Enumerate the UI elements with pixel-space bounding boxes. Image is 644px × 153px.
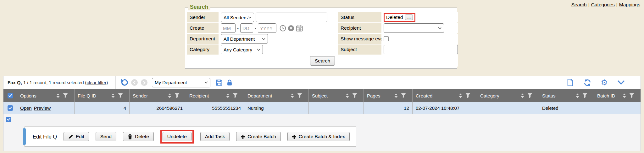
record-count-suffix: ) <box>106 80 108 85</box>
row-cell-sender: 2604596271 <box>129 102 186 114</box>
save-view-button[interactable] <box>215 79 223 86</box>
sort-icon[interactable] <box>394 93 398 98</box>
collapse-button[interactable] <box>617 80 625 85</box>
chevron-down-icon <box>248 16 252 19</box>
date-separator: - <box>255 26 256 31</box>
grid-toolbar: Fax Q, 1 / 1 record, 1 record selected (… <box>3 76 641 89</box>
view-department-select-value: My Department <box>155 80 187 85</box>
create-batch-index-button[interactable]: Create Batch & Index <box>287 132 350 141</box>
nav-link-search[interactable]: Search <box>571 2 587 7</box>
sort-icon[interactable] <box>226 93 230 98</box>
nav-back-button[interactable] <box>131 79 138 86</box>
show-message-events-label: Show message events <box>338 34 381 44</box>
column-header-category[interactable]: Category <box>477 89 539 102</box>
row-cell-category <box>477 102 539 114</box>
subject-input[interactable] <box>384 45 458 54</box>
column-header-pages[interactable]: Pages <box>364 89 412 102</box>
column-header-recipient[interactable]: Recipient <box>186 89 244 102</box>
sort-icon[interactable] <box>168 93 172 98</box>
column-header-file-q-id[interactable]: File Q ID <box>74 89 129 102</box>
sort-icon[interactable] <box>458 93 463 98</box>
filter-icon[interactable] <box>233 93 238 98</box>
sort-icon[interactable] <box>345 93 349 98</box>
filter-icon[interactable] <box>465 93 470 98</box>
create-day-input[interactable] <box>240 23 253 33</box>
preview-link[interactable]: Preview <box>34 105 51 111</box>
chevron-right-icon <box>143 81 146 85</box>
nav-forward-button[interactable] <box>141 79 147 86</box>
clear-filter-link[interactable]: clear filter <box>86 80 106 85</box>
calendar-icon[interactable] <box>296 25 303 32</box>
open-link[interactable]: Open <box>20 105 32 111</box>
sender-input[interactable] <box>256 13 327 22</box>
column-header-subject[interactable]: Subject <box>308 89 364 102</box>
filter-icon[interactable] <box>63 93 68 98</box>
column-label: Created <box>416 93 432 98</box>
select-all-checkbox[interactable] <box>8 93 13 98</box>
status-more-button[interactable]: ... <box>405 15 413 20</box>
filter-icon[interactable] <box>175 93 180 98</box>
row-cell-file-q-id: 4 <box>74 102 129 114</box>
undo-icon <box>120 79 128 86</box>
filter-icon[interactable] <box>401 93 406 98</box>
search-button[interactable]: Search <box>310 56 335 66</box>
recipient-select[interactable] <box>384 23 444 33</box>
undelete-button[interactable]: Undelete <box>163 132 192 141</box>
toolbar-divider <box>115 76 116 89</box>
new-record-button[interactable] <box>567 79 574 86</box>
subject-label: Subject <box>338 44 381 55</box>
department-select[interactable]: All Department <box>221 34 268 44</box>
category-select[interactable]: Any Category <box>221 45 263 54</box>
pencil-icon <box>68 134 73 139</box>
edit-button[interactable]: Edit <box>64 132 89 141</box>
sort-icon[interactable] <box>575 93 580 98</box>
nav-link-mappings[interactable]: Mappings <box>619 2 640 7</box>
footer-select-all-checkbox[interactable] <box>6 117 11 122</box>
filter-icon[interactable] <box>352 93 357 98</box>
column-header-department[interactable]: Department <box>244 89 308 102</box>
filter-icon[interactable] <box>118 93 123 98</box>
check-icon <box>8 94 12 97</box>
filter-icon[interactable] <box>527 93 532 98</box>
lock-button[interactable] <box>226 79 233 86</box>
create-year-input[interactable] <box>258 23 276 33</box>
column-header-status[interactable]: Status <box>539 89 594 102</box>
undo-button[interactable] <box>120 79 128 86</box>
column-header-options[interactable]: Options <box>17 89 74 102</box>
time-picker-icon[interactable] <box>280 25 286 32</box>
sender-label: Sender <box>187 12 219 22</box>
column-header-created[interactable]: Created <box>412 89 477 102</box>
create-month-input[interactable] <box>221 23 236 33</box>
create-batch-button[interactable]: Create Batch <box>236 132 280 141</box>
sort-icon[interactable] <box>520 93 525 98</box>
nav-link-categories[interactable]: Categories <box>591 2 615 7</box>
chevron-down-icon <box>617 80 625 85</box>
sender-type-select[interactable]: All Senders <box>221 13 254 22</box>
show-message-events-checkbox[interactable] <box>384 36 389 41</box>
sort-icon[interactable] <box>56 93 60 98</box>
check-icon <box>7 118 10 121</box>
delete-button[interactable]: Delete <box>123 132 154 141</box>
row-cell-options: Open Preview <box>17 102 74 114</box>
edit-button-label: Edit <box>76 134 84 139</box>
sort-icon[interactable] <box>622 93 626 98</box>
column-header-sender[interactable]: Sender <box>129 89 186 102</box>
sort-icon[interactable] <box>111 93 115 98</box>
refresh-button[interactable] <box>583 79 591 86</box>
add-task-button[interactable]: Add Task <box>200 132 230 141</box>
settings-button[interactable]: ⚙ <box>601 79 608 86</box>
send-button[interactable]: Send <box>96 132 116 141</box>
undelete-button-label: Undelete <box>167 134 187 139</box>
chevron-down-icon <box>438 27 441 29</box>
filter-icon[interactable] <box>582 93 587 98</box>
filter-icon[interactable] <box>297 93 302 98</box>
sort-icon[interactable] <box>290 93 294 98</box>
column-header-batch-id[interactable]: Batch ID <box>594 89 641 102</box>
filter-icon[interactable] <box>629 93 634 98</box>
column-label: Sender <box>133 93 148 98</box>
record-summary: Fax Q, 1 / 1 record, 1 record selected (… <box>3 80 115 85</box>
create-batch-index-button-label: Create Batch & Index <box>299 134 345 139</box>
row-checkbox[interactable] <box>8 105 13 111</box>
clear-date-icon[interactable] <box>288 25 294 32</box>
view-department-select[interactable]: My Department <box>152 78 210 87</box>
